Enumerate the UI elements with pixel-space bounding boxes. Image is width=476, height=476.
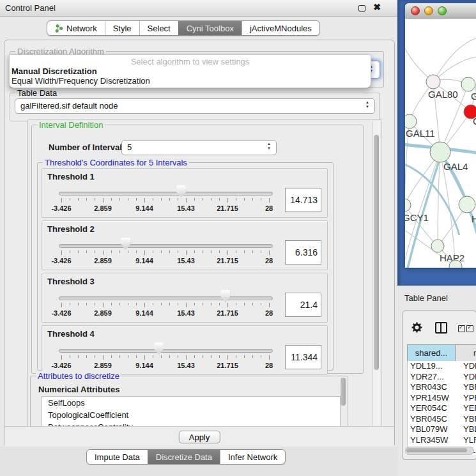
table-rows: YDL19...YDL1YDR27...YDR2YBR043CYBR0YPR14…: [407, 361, 476, 455]
network-node-hap2[interactable]: [431, 240, 444, 252]
slider-thumb[interactable]: [176, 185, 186, 197]
slider-tick-label: 21.715: [217, 362, 238, 369]
cell-shared-name: YBL079W: [408, 424, 458, 435]
tab-select[interactable]: Select: [139, 21, 178, 35]
tab-infer-network[interactable]: Infer Network: [220, 450, 285, 464]
network-view-window: GAL80GACGAL11GAL4GCY1HHAP2: [405, 3, 476, 268]
tab-impute-data[interactable]: Impute Data: [87, 450, 148, 464]
checkbox-icon[interactable]: ✓: [458, 325, 465, 332]
cell-name: YLR3: [458, 435, 476, 446]
network-edge[interactable]: [433, 37, 476, 82]
interval-definition-group: Interval Definition Number of Intervals …: [31, 125, 364, 374]
table-row[interactable]: YER054CYER0: [408, 403, 476, 414]
table-row[interactable]: YPR145WYPR1: [408, 393, 476, 404]
attribute-item[interactable]: SelfLoops: [42, 397, 340, 409]
slider-track[interactable]: [59, 244, 273, 248]
threshold-value-field[interactable]: 21.4: [285, 293, 321, 317]
table-row[interactable]: YBR045CYBR0: [408, 414, 476, 425]
tab-network[interactable]: Network: [47, 21, 105, 35]
threshold-panel: Threshold 4-3.4262.8599.14415.4321.71528…: [42, 325, 328, 375]
apply-button[interactable]: Apply: [179, 431, 220, 443]
tab-discretize-data[interactable]: Discretize Data: [148, 450, 220, 464]
network-node-h[interactable]: [459, 196, 475, 213]
slider-tick: [136, 303, 137, 305]
attributes-list[interactable]: SelfLoopsTopologicalCoefficientBetweenne…: [42, 396, 341, 427]
minimize-window-button[interactable]: [424, 6, 433, 15]
checkbox-icon[interactable]: ✓: [466, 325, 473, 332]
attribute-item[interactable]: TopologicalCoefficient: [42, 409, 340, 421]
slider-thumb[interactable]: [121, 238, 130, 250]
slider-tick-label: 21.715: [217, 204, 238, 212]
slider-tick: [236, 303, 236, 305]
algorithm-option[interactable]: Equal Width/Frequency Discretization: [12, 76, 150, 86]
slider-tick-label: 15.43: [177, 309, 195, 317]
cell-name: YBR0: [458, 414, 476, 425]
settings-scrollbar[interactable]: [372, 121, 380, 426]
threshold-label: Threshold 3: [47, 277, 95, 286]
table-horizontal-scrollbar[interactable]: [405, 447, 474, 455]
network-edge[interactable]: [405, 205, 438, 246]
slider-tick: [261, 303, 261, 305]
network-node-gcy1[interactable]: [405, 199, 411, 211]
top-tab-bar: NetworkStyleSelectCyni ToolboxjActiveMNo…: [47, 20, 320, 36]
slider-tick-label: 21.715: [217, 257, 238, 265]
cell-name: YER0: [458, 403, 476, 414]
slider-tick: [95, 250, 95, 253]
table-row[interactable]: YLR345WYLR3: [408, 435, 476, 446]
network-node-gal11[interactable]: [405, 114, 417, 128]
threshold-label: Threshold 1: [47, 172, 95, 181]
slider-tick: [136, 198, 137, 201]
float-window-icon[interactable]: [358, 5, 365, 12]
column-header[interactable]: shared...: [408, 345, 456, 362]
tab-style[interactable]: Style: [105, 21, 139, 35]
number-of-intervals-spinner[interactable]: 5 ▲▼: [121, 140, 277, 155]
column-header[interactable]: n...: [456, 345, 476, 362]
threshold-value-field[interactable]: 14.713: [285, 188, 321, 212]
tab-label: Network: [66, 24, 97, 33]
close-window-button[interactable]: [411, 6, 420, 15]
network-node-gal80[interactable]: [426, 75, 440, 89]
tab-label: jActiveMNodules: [250, 24, 312, 33]
slider-track[interactable]: [59, 192, 273, 196]
cell-name: YBL0: [458, 424, 476, 435]
bottom-tab-row: Impute DataDiscretize DataInfer Network: [0, 447, 397, 476]
slider-tick: [153, 250, 153, 253]
table-row[interactable]: YBR043CYBR0: [408, 382, 476, 393]
attributes-scrollbar[interactable]: [340, 377, 347, 415]
numerical-attributes-label: Numerical Attributes: [38, 385, 119, 394]
threshold-value-field[interactable]: 11.344: [285, 345, 321, 369]
thresholds-group: Threshold's Coordinates for 5 Intervals …: [37, 162, 334, 371]
table-row[interactable]: YDR27...YDR2: [408, 372, 476, 383]
slider-thumb[interactable]: [154, 342, 164, 355]
slider-tick: [244, 250, 245, 253]
network-canvas[interactable]: GAL80GACGAL11GAL4GCY1HHAP2: [405, 18, 476, 268]
slider-tick: [261, 355, 261, 358]
slider-track[interactable]: [59, 296, 273, 300]
tab-label: Infer Network: [228, 452, 277, 462]
slider-track[interactable]: [59, 349, 273, 353]
table-row[interactable]: YBL079WYBL0: [408, 424, 476, 435]
network-node-label: GAL11: [406, 128, 435, 139]
zoom-window-button[interactable]: [438, 6, 447, 15]
cell-name: YPR1: [458, 393, 476, 404]
table-data-combobox[interactable]: galFiltered.sif default node ▲▼: [15, 98, 375, 114]
gear-icon[interactable]: [411, 322, 422, 333]
slider-tick-label: 28: [265, 309, 273, 317]
slider-tick-label: 28: [265, 204, 273, 212]
threshold-value-field[interactable]: 6.316: [285, 240, 321, 265]
slider-tick: [128, 355, 128, 358]
slider-thumb[interactable]: [220, 290, 230, 302]
network-node-gal4[interactable]: [430, 142, 450, 162]
tab-cyni-toolbox[interactable]: Cyni Toolbox: [178, 21, 242, 35]
algorithm-dropdown-popup: Select algorithm to view settings Manual…: [9, 54, 371, 88]
slider-tick-label: 2.859: [94, 362, 112, 369]
network-node-ga[interactable]: [461, 77, 475, 91]
algorithm-option[interactable]: Manual Discretization: [12, 66, 97, 76]
table-row[interactable]: YDL19...YDL1: [408, 361, 476, 372]
network-window-titlebar: [405, 3, 476, 19]
close-icon[interactable]: ✖: [373, 2, 381, 12]
slider-tick-label: -3.426: [51, 257, 71, 265]
slider-tick: [227, 355, 228, 360]
tab-jactivemnodules[interactable]: jActiveMNodules: [242, 21, 319, 35]
column-layout-icon[interactable]: [435, 322, 447, 334]
